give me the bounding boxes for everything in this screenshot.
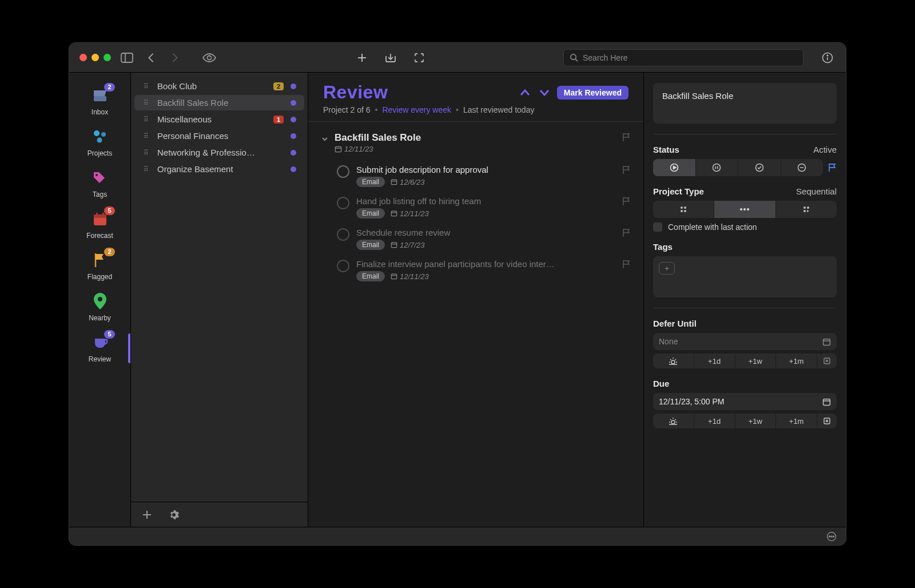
status-dot <box>291 117 296 122</box>
flag-icon[interactable] <box>622 196 631 206</box>
chevron-down-icon[interactable] <box>321 135 329 143</box>
perspective-inbox[interactable]: 2 Inbox <box>69 81 130 122</box>
due-plus1d[interactable]: +1d <box>694 414 735 428</box>
type-single-icon[interactable] <box>776 201 837 218</box>
new-item-icon[interactable] <box>354 50 370 66</box>
perspective-review[interactable]: 5 Review <box>69 328 130 369</box>
main-content: Review Mark Reviewed Project 2 of 6 • Re… <box>308 73 643 527</box>
settings-icon[interactable] <box>169 510 179 520</box>
task-checkbox[interactable] <box>337 197 349 209</box>
back-icon[interactable] <box>143 50 159 66</box>
status-dropped-icon[interactable] <box>781 159 824 176</box>
add-project-icon[interactable] <box>142 510 152 519</box>
due-label: Due <box>653 379 837 388</box>
task-row[interactable]: Hand job listing off to hiring team Emai… <box>321 192 631 223</box>
calendar-icon[interactable] <box>822 398 831 406</box>
inspector-title[interactable]: Backfill Sales Role <box>653 83 837 124</box>
svg-rect-19 <box>102 213 104 216</box>
drag-handle-icon: ⠿ <box>144 116 150 124</box>
svg-rect-29 <box>391 243 396 248</box>
toggle-sidebar-icon[interactable] <box>119 50 135 66</box>
quick-entry-icon[interactable] <box>383 50 399 66</box>
due-today-icon[interactable] <box>653 414 694 428</box>
project-item[interactable]: ⠿ Networking & Professio… <box>134 145 304 160</box>
status-active-icon[interactable] <box>653 159 696 176</box>
svg-rect-27 <box>391 211 396 216</box>
svg-point-48 <box>803 206 806 209</box>
defer-today-icon[interactable] <box>653 353 694 368</box>
project-item[interactable]: ⠿ Backfill Sales Role <box>134 95 304 110</box>
svg-point-6 <box>571 54 576 59</box>
review-interval-link[interactable]: Review every week <box>382 105 451 114</box>
task-checkbox[interactable] <box>337 260 349 272</box>
task-row[interactable]: Schedule resume review Email 12/7/23 <box>321 223 631 255</box>
flag-icon[interactable] <box>622 259 631 269</box>
close-window[interactable] <box>79 54 87 61</box>
window-controls <box>79 54 111 61</box>
task-checkbox[interactable] <box>337 228 349 241</box>
svg-point-49 <box>807 206 809 209</box>
defer-plus1w[interactable]: +1w <box>735 353 777 368</box>
svg-point-78 <box>831 536 832 537</box>
perspective-nearby[interactable]: Nearby <box>69 287 130 328</box>
flag-icon[interactable] <box>622 228 631 238</box>
flag-toggle-icon[interactable] <box>828 162 837 173</box>
checkbox-icon[interactable] <box>653 223 662 232</box>
svg-point-45 <box>740 208 742 210</box>
add-tag-icon[interactable]: + <box>659 262 675 275</box>
task-tag[interactable]: Email <box>356 208 385 218</box>
project-type-segmented[interactable] <box>653 201 837 218</box>
maximize-window[interactable] <box>104 54 111 61</box>
perspective-projects[interactable]: Projects <box>69 122 130 163</box>
defer-clear-icon[interactable] <box>817 353 837 368</box>
info-icon[interactable] <box>819 50 836 66</box>
focus-icon[interactable] <box>411 50 427 66</box>
status-done-icon[interactable] <box>738 159 781 176</box>
next-project-icon[interactable] <box>538 86 551 100</box>
svg-marker-51 <box>807 210 809 212</box>
perspective-forecast[interactable]: 5 Forecast <box>69 204 130 245</box>
status-hold-icon[interactable] <box>696 159 739 176</box>
more-icon[interactable] <box>826 531 837 542</box>
task-row[interactable]: Finalize interview panel participants fo… <box>321 255 631 286</box>
flag-icon[interactable] <box>622 132 631 142</box>
search-input[interactable]: Search Here <box>563 49 803 66</box>
project-item[interactable]: ⠿ Personal Finances <box>134 128 304 144</box>
svg-point-15 <box>96 174 98 176</box>
svg-marker-34 <box>673 166 676 169</box>
perspective-flagged[interactable]: 2 Flagged <box>69 245 130 287</box>
svg-point-12 <box>94 130 100 136</box>
complete-with-last-checkbox[interactable]: Complete with last action <box>653 223 837 232</box>
project-item[interactable]: ⠿ Book Club 2 <box>134 78 304 94</box>
type-parallel-icon[interactable] <box>653 201 714 218</box>
task-tag[interactable]: Email <box>356 177 385 187</box>
task-checkbox[interactable] <box>337 165 349 178</box>
defer-date-input[interactable]: None <box>653 333 837 350</box>
prev-project-icon[interactable] <box>518 86 532 100</box>
due-plus1w[interactable]: +1w <box>735 414 777 428</box>
tags-field[interactable]: + <box>653 256 837 297</box>
svg-point-10 <box>827 55 828 56</box>
project-item[interactable]: ⠿ Organize Basement <box>134 161 304 177</box>
project-item[interactable]: ⠿ Miscellaneous 1 <box>134 112 304 127</box>
status-dot <box>291 100 296 106</box>
due-plus1m[interactable]: +1m <box>776 414 817 428</box>
task-tag[interactable]: Email <box>356 240 385 250</box>
due-count-badge: 2 <box>273 82 284 90</box>
project-header-row[interactable]: Backfill Sales Role 12/11/23 <box>321 130 631 160</box>
task-tag[interactable]: Email <box>356 271 385 281</box>
task-row[interactable]: Submit job description for approval Emai… <box>321 160 631 192</box>
status-segmented[interactable] <box>653 159 823 176</box>
defer-plus1d[interactable]: +1d <box>694 353 735 368</box>
mark-reviewed-button[interactable]: Mark Reviewed <box>557 86 628 100</box>
calendar-icon[interactable] <box>822 337 831 346</box>
flag-icon[interactable] <box>622 165 631 175</box>
eye-icon[interactable] <box>201 50 217 66</box>
perspective-tags[interactable]: Tags <box>69 163 130 204</box>
due-clear-icon[interactable] <box>817 414 837 428</box>
type-sequential-icon[interactable] <box>714 201 775 218</box>
minimize-window[interactable] <box>92 54 99 61</box>
defer-plus1m[interactable]: +1m <box>776 353 817 368</box>
due-date-input[interactable]: 12/11/23, 5:00 PM <box>653 393 837 410</box>
svg-rect-18 <box>96 213 98 216</box>
